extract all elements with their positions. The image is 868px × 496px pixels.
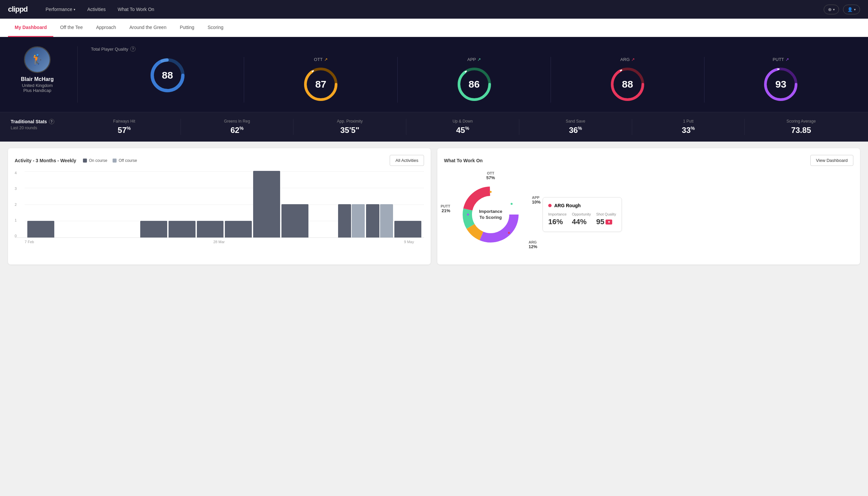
- info-dot: [548, 204, 552, 207]
- bar-group-5: [169, 221, 195, 237]
- info-shot-quality: Shot Quality 95 ▼: [596, 212, 616, 226]
- tab-my-dashboard[interactable]: My Dashboard: [8, 19, 53, 37]
- nav-links: Performance ▾ Activities What To Work On: [41, 4, 824, 15]
- bar-on-5: [169, 221, 195, 237]
- info-opportunity: Opportunity 44%: [572, 212, 591, 226]
- bar-group-1: [56, 237, 83, 237]
- stat-greens-in-reg: Greens In Reg 62%: [181, 119, 294, 135]
- quality-section: Total Player Quality ? 88: [91, 46, 857, 103]
- tab-off-the-tee[interactable]: Off the Tee: [53, 19, 89, 37]
- y-label-2: 2: [15, 203, 17, 206]
- x-label-feb: 7 Feb: [25, 240, 34, 244]
- x-label-may: 9 May: [404, 240, 414, 244]
- app-donut-label: APP 10%: [532, 196, 541, 204]
- tab-putting[interactable]: Putting: [173, 19, 201, 37]
- on-course-legend-dot: [83, 158, 87, 162]
- svg-point-23: [508, 232, 510, 234]
- player-info: 🏌️ Blair McHarg United Kingdom Plus Hand…: [11, 46, 64, 93]
- donut-tpq: 88: [149, 57, 186, 94]
- bar-group-12: [366, 204, 393, 237]
- putt-label: PUTT ↗: [773, 57, 789, 62]
- app-label: APP ↗: [467, 57, 481, 62]
- y-label-4: 4: [15, 171, 17, 175]
- x-label-mar: 28 Mar: [213, 240, 224, 244]
- circle-tpq: 88: [91, 57, 244, 103]
- circle-ott: OTT ↗ 87: [244, 57, 397, 103]
- arg-label: ARG ↗: [620, 57, 634, 62]
- player-name: Blair McHarg: [21, 76, 54, 82]
- logo[interactable]: clippd: [8, 5, 28, 14]
- user-icon: 👤: [847, 7, 853, 12]
- x-axis: 7 Feb 28 Mar 9 May: [15, 238, 424, 244]
- bar-on-11: [338, 204, 351, 237]
- arg-donut-label: ARG 12%: [528, 240, 537, 249]
- app-value: 86: [469, 79, 480, 90]
- bar-group-8: [253, 171, 280, 237]
- work-on-title: What To Work On: [444, 158, 483, 163]
- donut-arg: 88: [609, 66, 646, 103]
- stats-section: Traditional Stats ? Last 20 rounds Fairw…: [0, 112, 868, 142]
- chart-title: Activity - 3 Months - Weekly: [15, 158, 76, 163]
- stat-app-proximity: App. Proximity 35'5": [294, 119, 406, 135]
- stat-up-down: Up & Down 45%: [406, 119, 519, 135]
- work-on-header: What To Work On View Dashboard: [444, 155, 853, 166]
- stat-fairways-value: 57%: [73, 126, 175, 135]
- chart-header: Activity - 3 Months - Weekly On course O…: [15, 155, 424, 166]
- hero-divider: [77, 46, 78, 103]
- app-arrow-icon: ↗: [477, 57, 481, 62]
- all-activities-button[interactable]: All Activities: [390, 155, 424, 166]
- stat-greens-value: 62%: [186, 126, 288, 135]
- nav-performance[interactable]: Performance ▾: [41, 4, 80, 15]
- circle-arg: ARG ↗ 88: [551, 57, 704, 103]
- chevron-down-icon-add: ▾: [833, 7, 835, 11]
- user-menu-button[interactable]: 👤 ▾: [843, 5, 860, 14]
- info-importance: Importance 16%: [548, 212, 567, 226]
- tab-around-the-green[interactable]: Around the Green: [123, 19, 173, 37]
- ott-arrow-icon: ↗: [324, 57, 328, 62]
- view-dashboard-button[interactable]: View Dashboard: [810, 155, 853, 166]
- stat-proximity-value: 35'5": [299, 126, 401, 135]
- info-card: ARG Rough Importance 16% Opportunity 44%: [542, 197, 622, 232]
- bar-on-12: [366, 204, 379, 237]
- ott-donut-label: OTT 57%: [486, 171, 495, 180]
- circle-putt: PUTT ↗ 93: [705, 57, 857, 103]
- stat-sand-save: Sand Save 36%: [519, 119, 632, 135]
- info-opportunity-value: 44%: [572, 218, 591, 226]
- stats-help-icon[interactable]: ?: [49, 119, 54, 124]
- chevron-down-icon: ▾: [74, 7, 75, 11]
- bar-on-7: [225, 221, 252, 237]
- quality-circles: 88 OTT ↗ 87: [91, 57, 857, 103]
- bar-group-7: [225, 221, 252, 237]
- y-label-1: 1: [15, 218, 17, 222]
- bar-off-11: [352, 204, 365, 237]
- work-on-card: What To Work On View Dashboard OTT 57% A…: [437, 148, 860, 264]
- circle-app: APP ↗ 86: [398, 57, 551, 103]
- avatar: 🏌️: [24, 46, 51, 73]
- chevron-down-icon-user: ▾: [854, 7, 856, 11]
- legend-on-course: On course: [83, 158, 107, 163]
- off-course-legend-dot: [113, 158, 116, 162]
- stats-subtitle: Last 20 rounds: [11, 126, 57, 130]
- bar-on-0: [27, 221, 54, 237]
- bar-group-11: [338, 204, 365, 237]
- bar-group-2: [84, 237, 111, 237]
- stats-grid: Fairways Hit 57% Greens In Reg 62% App. …: [68, 119, 857, 135]
- arg-value: 88: [622, 79, 633, 90]
- bottom-section: Activity - 3 Months - Weekly On course O…: [0, 142, 868, 271]
- stat-1putt: 1 Putt 33%: [632, 119, 745, 135]
- nav-activities[interactable]: Activities: [83, 4, 110, 15]
- bar-on-6: [197, 221, 224, 237]
- help-icon[interactable]: ?: [130, 46, 136, 52]
- tab-scoring[interactable]: Scoring: [201, 19, 230, 37]
- stat-fairways-hit: Fairways Hit 57%: [68, 119, 181, 135]
- player-handicap: Plus Handicap: [23, 88, 51, 93]
- tabs-bar: My Dashboard Off the Tee Approach Around…: [0, 19, 868, 37]
- tab-approach[interactable]: Approach: [89, 19, 123, 37]
- nav-what-to-work-on[interactable]: What To Work On: [113, 4, 159, 15]
- bar-group-10: [310, 237, 337, 237]
- add-button[interactable]: ⊕ ▾: [824, 5, 839, 14]
- quality-title: Total Player Quality ?: [91, 46, 857, 52]
- putt-donut-label: PUTT 21%: [441, 204, 450, 213]
- bar-group-0: [27, 221, 54, 237]
- svg-text:To Scoring: To Scoring: [480, 215, 502, 220]
